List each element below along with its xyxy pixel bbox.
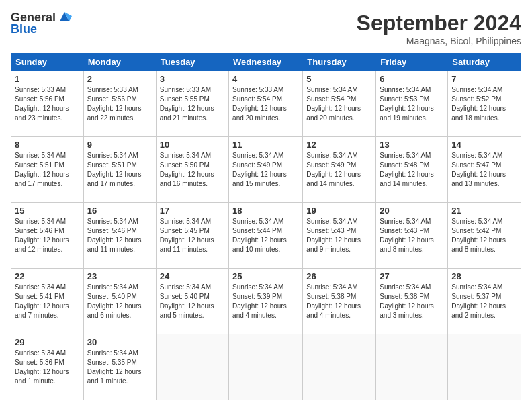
day-info: Sunrise: 5:34 AMSunset: 5:40 PMDaylight:… — [87, 283, 152, 320]
day-number: 8 — [15, 140, 80, 150]
day-info: Sunrise: 5:34 AMSunset: 5:39 PMDaylight:… — [232, 283, 299, 320]
calendar-week-row: 22Sunrise: 5:34 AMSunset: 5:41 PMDayligh… — [11, 269, 521, 334]
month-title: September 2024 — [357, 11, 521, 36]
col-tuesday: Tuesday — [156, 54, 228, 71]
day-info: Sunrise: 5:34 AMSunset: 5:49 PMDaylight:… — [232, 151, 299, 189]
table-row: 11Sunrise: 5:34 AMSunset: 5:49 PMDayligh… — [229, 137, 303, 203]
day-number: 25 — [232, 271, 299, 281]
day-number: 15 — [15, 205, 80, 216]
day-number: 6 — [380, 74, 444, 84]
day-info: Sunrise: 5:34 AMSunset: 5:44 PMDaylight:… — [232, 217, 299, 255]
day-number: 23 — [87, 271, 152, 281]
day-info: Sunrise: 5:34 AMSunset: 5:42 PMDaylight:… — [451, 217, 517, 255]
day-number: 28 — [451, 271, 517, 281]
day-info: Sunrise: 5:34 AMSunset: 5:40 PMDaylight:… — [160, 283, 225, 320]
table-row: 21Sunrise: 5:34 AMSunset: 5:42 PMDayligh… — [448, 203, 521, 269]
logo: General Blue — [11, 11, 72, 36]
calendar-week-row: 29Sunrise: 5:34 AMSunset: 5:36 PMDayligh… — [11, 334, 521, 400]
day-info: Sunrise: 5:33 AMSunset: 5:56 PMDaylight:… — [15, 85, 80, 123]
day-info: Sunrise: 5:34 AMSunset: 5:43 PMDaylight:… — [306, 217, 372, 255]
day-info: Sunrise: 5:34 AMSunset: 5:38 PMDaylight:… — [380, 283, 444, 320]
table-row: 9Sunrise: 5:34 AMSunset: 5:51 PMDaylight… — [83, 137, 156, 203]
day-number: 16 — [87, 205, 152, 216]
day-number: 30 — [87, 337, 152, 347]
day-info: Sunrise: 5:34 AMSunset: 5:38 PMDaylight:… — [306, 283, 372, 320]
day-number: 21 — [451, 205, 517, 216]
day-number: 19 — [306, 205, 372, 216]
calendar-week-row: 1Sunrise: 5:33 AMSunset: 5:56 PMDaylight… — [11, 71, 521, 137]
table-row: 29Sunrise: 5:34 AMSunset: 5:36 PMDayligh… — [11, 334, 84, 400]
day-number: 10 — [160, 140, 225, 150]
day-info: Sunrise: 5:34 AMSunset: 5:48 PMDaylight:… — [380, 151, 444, 189]
table-row: 18Sunrise: 5:34 AMSunset: 5:44 PMDayligh… — [229, 203, 303, 269]
day-number: 26 — [306, 271, 372, 281]
day-number: 9 — [87, 140, 152, 150]
calendar-week-row: 15Sunrise: 5:34 AMSunset: 5:46 PMDayligh… — [11, 203, 521, 269]
col-friday: Friday — [376, 54, 448, 71]
table-row: 28Sunrise: 5:34 AMSunset: 5:37 PMDayligh… — [448, 269, 521, 334]
table-row: 27Sunrise: 5:34 AMSunset: 5:38 PMDayligh… — [376, 269, 448, 334]
table-row: 23Sunrise: 5:34 AMSunset: 5:40 PMDayligh… — [83, 269, 156, 334]
table-row: 7Sunrise: 5:34 AMSunset: 5:52 PMDaylight… — [448, 71, 521, 137]
table-row: 22Sunrise: 5:34 AMSunset: 5:41 PMDayligh… — [11, 269, 84, 334]
col-monday: Monday — [83, 54, 156, 71]
day-number: 29 — [15, 337, 80, 347]
day-info: Sunrise: 5:33 AMSunset: 5:54 PMDaylight:… — [232, 85, 299, 123]
day-info: Sunrise: 5:34 AMSunset: 5:45 PMDaylight:… — [160, 217, 225, 255]
table-row: 30Sunrise: 5:34 AMSunset: 5:35 PMDayligh… — [83, 334, 156, 400]
table-row: 2Sunrise: 5:33 AMSunset: 5:56 PMDaylight… — [83, 71, 156, 137]
day-number: 22 — [15, 271, 80, 281]
table-row — [229, 334, 303, 400]
day-number: 14 — [451, 140, 517, 150]
col-thursday: Thursday — [303, 54, 376, 71]
day-number: 20 — [380, 205, 444, 216]
table-row: 24Sunrise: 5:34 AMSunset: 5:40 PMDayligh… — [156, 269, 228, 334]
calendar-week-row: 8Sunrise: 5:34 AMSunset: 5:51 PMDaylight… — [11, 137, 521, 203]
table-row: 25Sunrise: 5:34 AMSunset: 5:39 PMDayligh… — [229, 269, 303, 334]
table-row: 14Sunrise: 5:34 AMSunset: 5:47 PMDayligh… — [448, 137, 521, 203]
day-info: Sunrise: 5:34 AMSunset: 5:50 PMDaylight:… — [160, 151, 225, 189]
table-row: 13Sunrise: 5:34 AMSunset: 5:48 PMDayligh… — [376, 137, 448, 203]
day-info: Sunrise: 5:34 AMSunset: 5:51 PMDaylight:… — [87, 151, 152, 189]
day-info: Sunrise: 5:34 AMSunset: 5:53 PMDaylight:… — [380, 85, 444, 123]
table-row — [156, 334, 228, 400]
day-info: Sunrise: 5:34 AMSunset: 5:41 PMDaylight:… — [15, 283, 80, 320]
day-number: 24 — [160, 271, 225, 281]
table-row: 5Sunrise: 5:34 AMSunset: 5:54 PMDaylight… — [303, 71, 376, 137]
day-info: Sunrise: 5:34 AMSunset: 5:51 PMDaylight:… — [15, 151, 80, 189]
header-row: Sunday Monday Tuesday Wednesday Thursday… — [11, 54, 521, 71]
day-info: Sunrise: 5:33 AMSunset: 5:56 PMDaylight:… — [87, 85, 152, 123]
day-info: Sunrise: 5:34 AMSunset: 5:47 PMDaylight:… — [451, 151, 517, 189]
location: Maagnas, Bicol, Philippines — [357, 36, 521, 46]
table-row: 19Sunrise: 5:34 AMSunset: 5:43 PMDayligh… — [303, 203, 376, 269]
table-row: 16Sunrise: 5:34 AMSunset: 5:46 PMDayligh… — [83, 203, 156, 269]
day-number: 18 — [232, 205, 299, 216]
table-row: 10Sunrise: 5:34 AMSunset: 5:50 PMDayligh… — [156, 137, 228, 203]
day-number: 13 — [380, 140, 444, 150]
day-number: 27 — [380, 271, 444, 281]
table-row: 17Sunrise: 5:34 AMSunset: 5:45 PMDayligh… — [156, 203, 228, 269]
day-info: Sunrise: 5:34 AMSunset: 5:36 PMDaylight:… — [15, 349, 80, 386]
day-info: Sunrise: 5:34 AMSunset: 5:35 PMDaylight:… — [87, 349, 152, 386]
calendar-table: Sunday Monday Tuesday Wednesday Thursday… — [11, 53, 521, 400]
title-block: September 2024 Maagnas, Bicol, Philippin… — [357, 11, 521, 46]
header: General Blue September 2024 Maagnas, Bic… — [11, 11, 521, 46]
day-number: 5 — [306, 74, 372, 84]
table-row: 8Sunrise: 5:34 AMSunset: 5:51 PMDaylight… — [11, 137, 84, 203]
table-row — [448, 334, 521, 400]
table-row: 4Sunrise: 5:33 AMSunset: 5:54 PMDaylight… — [229, 71, 303, 137]
day-number: 4 — [232, 74, 299, 84]
table-row: 1Sunrise: 5:33 AMSunset: 5:56 PMDaylight… — [11, 71, 84, 137]
day-number: 1 — [15, 74, 80, 84]
day-number: 17 — [160, 205, 225, 216]
day-info: Sunrise: 5:34 AMSunset: 5:43 PMDaylight:… — [380, 217, 444, 255]
day-number: 11 — [232, 140, 299, 150]
calendar-page: General Blue September 2024 Maagnas, Bic… — [0, 0, 532, 411]
day-info: Sunrise: 5:34 AMSunset: 5:54 PMDaylight:… — [306, 85, 372, 123]
table-row: 3Sunrise: 5:33 AMSunset: 5:55 PMDaylight… — [156, 71, 228, 137]
logo-icon — [57, 9, 72, 24]
col-saturday: Saturday — [448, 54, 521, 71]
day-info: Sunrise: 5:33 AMSunset: 5:55 PMDaylight:… — [160, 85, 225, 123]
day-info: Sunrise: 5:34 AMSunset: 5:49 PMDaylight:… — [306, 151, 372, 189]
table-row: 12Sunrise: 5:34 AMSunset: 5:49 PMDayligh… — [303, 137, 376, 203]
